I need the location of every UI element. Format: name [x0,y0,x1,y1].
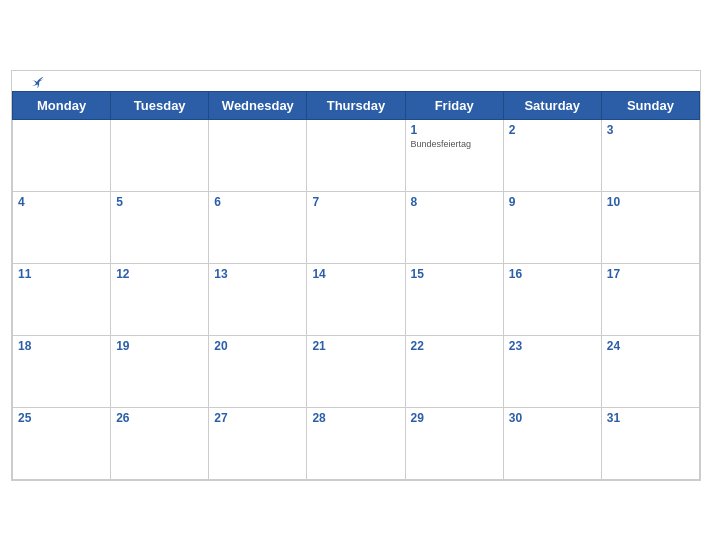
day-number: 11 [18,267,105,281]
day-number: 16 [509,267,596,281]
day-number: 7 [312,195,399,209]
table-row: 27 [209,407,307,479]
table-row: 30 [503,407,601,479]
day-number: 31 [607,411,694,425]
table-row: 4 [13,191,111,263]
day-number: 19 [116,339,203,353]
table-row: 7 [307,191,405,263]
table-row: 24 [601,335,699,407]
calendar-week-3: 11121314151617 [13,263,700,335]
table-row: 31 [601,407,699,479]
day-number: 14 [312,267,399,281]
day-number: 8 [411,195,498,209]
table-row: 26 [111,407,209,479]
table-row: 5 [111,191,209,263]
table-row: 6 [209,191,307,263]
day-number: 17 [607,267,694,281]
day-number: 6 [214,195,301,209]
table-row: 23 [503,335,601,407]
day-number: 1 [411,123,498,137]
day-number: 18 [18,339,105,353]
table-row: 16 [503,263,601,335]
table-row [307,119,405,191]
weekday-header-wednesday: Wednesday [209,91,307,119]
day-number: 25 [18,411,105,425]
day-number: 30 [509,411,596,425]
weekday-header-friday: Friday [405,91,503,119]
table-row [111,119,209,191]
logo-bird-icon [30,74,48,88]
day-number: 27 [214,411,301,425]
calendar: MondayTuesdayWednesdayThursdayFridaySatu… [11,70,701,481]
table-row: 8 [405,191,503,263]
day-number: 24 [607,339,694,353]
table-row: 18 [13,335,111,407]
day-number: 28 [312,411,399,425]
table-row: 17 [601,263,699,335]
day-number: 26 [116,411,203,425]
weekday-header-tuesday: Tuesday [111,91,209,119]
day-number: 22 [411,339,498,353]
calendar-header [12,71,700,91]
holiday-label: Bundesfeiertag [411,139,498,149]
day-number: 15 [411,267,498,281]
weekday-header-row: MondayTuesdayWednesdayThursdayFridaySatu… [13,91,700,119]
calendar-table: MondayTuesdayWednesdayThursdayFridaySatu… [12,91,700,480]
table-row: 1Bundesfeiertag [405,119,503,191]
weekday-header-sunday: Sunday [601,91,699,119]
table-row [13,119,111,191]
day-number: 20 [214,339,301,353]
day-number: 12 [116,267,203,281]
calendar-week-1: 1Bundesfeiertag23 [13,119,700,191]
weekday-header-thursday: Thursday [307,91,405,119]
table-row: 15 [405,263,503,335]
day-number: 3 [607,123,694,137]
table-row: 10 [601,191,699,263]
table-row: 21 [307,335,405,407]
table-row: 9 [503,191,601,263]
calendar-week-2: 45678910 [13,191,700,263]
weekday-header-saturday: Saturday [503,91,601,119]
day-number: 2 [509,123,596,137]
logo-blue-text [28,73,48,89]
weekday-header-monday: Monday [13,91,111,119]
table-row: 29 [405,407,503,479]
table-row: 11 [13,263,111,335]
table-row: 28 [307,407,405,479]
table-row: 14 [307,263,405,335]
day-number: 21 [312,339,399,353]
day-number: 23 [509,339,596,353]
table-row [209,119,307,191]
table-row: 22 [405,335,503,407]
day-number: 9 [509,195,596,209]
day-number: 10 [607,195,694,209]
day-number: 4 [18,195,105,209]
day-number: 29 [411,411,498,425]
table-row: 2 [503,119,601,191]
day-number: 13 [214,267,301,281]
table-row: 3 [601,119,699,191]
table-row: 20 [209,335,307,407]
table-row: 19 [111,335,209,407]
day-number: 5 [116,195,203,209]
table-row: 12 [111,263,209,335]
logo [28,73,48,89]
calendar-week-4: 18192021222324 [13,335,700,407]
table-row: 13 [209,263,307,335]
calendar-week-5: 25262728293031 [13,407,700,479]
table-row: 25 [13,407,111,479]
